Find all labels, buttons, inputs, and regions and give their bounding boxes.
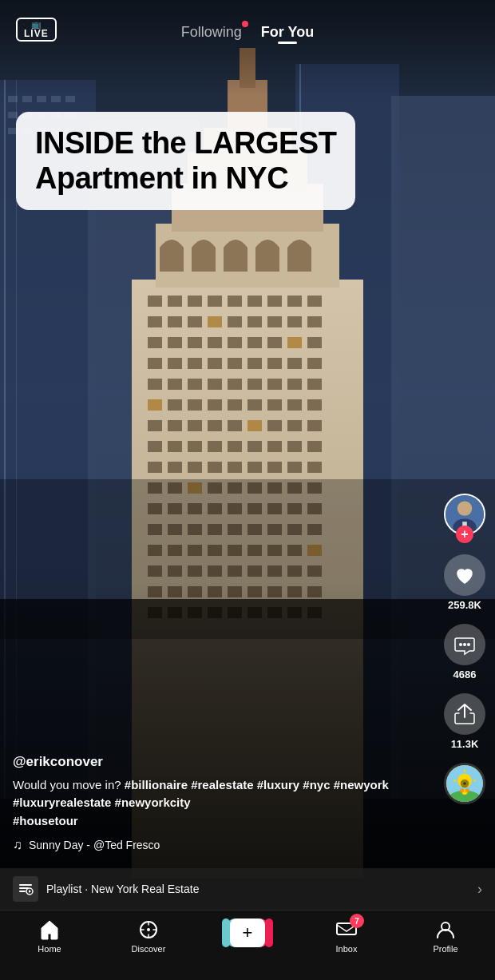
svg-rect-101 [307,441,322,452]
svg-point-208 [147,928,150,931]
svg-rect-99 [267,441,282,452]
comment-action[interactable]: 4686 [444,624,485,680]
nav-item-create[interactable]: + [198,919,297,947]
nav-item-home[interactable]: Home [0,919,99,954]
share-action[interactable]: 11.3K [444,693,485,750]
music-disc[interactable] [444,763,485,804]
svg-rect-105 [208,462,222,473]
svg-rect-67 [168,379,182,390]
svg-rect-52 [228,337,242,348]
nav-label-profile: Profile [433,944,457,954]
svg-rect-93 [148,441,162,452]
notification-dot [242,21,248,27]
live-badge[interactable]: 📺 LIVE [16,18,57,42]
svg-rect-44 [248,316,262,327]
svg-rect-59 [188,358,202,369]
creator-username[interactable]: @erikconover [13,754,431,770]
svg-rect-92 [307,420,322,431]
nav-label-inbox: Inbox [336,944,358,954]
svg-rect-30 [148,296,162,307]
svg-rect-64 [287,358,302,369]
svg-rect-204 [19,891,26,892]
svg-rect-35 [248,296,262,307]
svg-rect-95 [188,441,202,452]
svg-rect-62 [248,358,262,369]
svg-rect-36 [267,296,282,307]
svg-rect-39 [148,316,162,327]
svg-rect-13 [8,112,18,118]
svg-rect-79 [228,399,242,411]
svg-point-199 [465,788,469,792]
svg-rect-177 [248,420,262,431]
svg-rect-38 [307,296,322,307]
svg-rect-202 [19,884,32,886]
share-icon[interactable] [444,693,485,735]
svg-rect-108 [267,462,282,473]
svg-point-198 [460,788,464,792]
nav-item-discover[interactable]: Discover [99,919,198,954]
music-info[interactable]: ♫ Sunny Day - @Ted Fresco [13,838,431,852]
svg-rect-109 [287,462,302,473]
like-action[interactable]: 259.8K [444,554,485,611]
svg-rect-47 [307,316,322,327]
follow-button[interactable]: + [456,526,473,543]
svg-rect-49 [168,337,182,348]
header: 📺 LIVE Following For You [0,0,495,56]
right-actions: + 259.8K 4686 11.3K [444,494,485,804]
like-icon[interactable] [444,554,485,596]
svg-rect-104 [188,462,202,473]
nav-item-profile[interactable]: Profile [396,919,495,954]
svg-rect-70 [228,379,242,390]
svg-point-189 [467,643,470,646]
playlist-bar[interactable]: Playlist · New York Real Estate › [0,868,495,910]
svg-rect-97 [228,441,242,452]
svg-rect-80 [248,399,262,411]
svg-rect-69 [208,379,222,390]
tab-for-you[interactable]: For You [261,24,314,41]
svg-rect-90 [267,420,282,431]
tab-following[interactable]: Following [181,24,242,41]
svg-rect-86 [188,420,202,431]
discover-icon [137,919,160,941]
bottom-info: @erikconover Would you move in? #billion… [13,754,431,853]
svg-rect-56 [307,337,322,348]
svg-rect-73 [287,379,302,390]
svg-rect-82 [287,399,302,411]
svg-rect-107 [248,462,262,473]
svg-rect-43 [228,316,242,327]
svg-rect-48 [148,337,162,348]
svg-rect-103 [168,462,182,473]
svg-rect-41 [188,316,202,327]
playlist-icon [13,876,38,902]
svg-rect-34 [228,296,242,307]
plus-button-inner: + [230,919,265,947]
svg-rect-100 [287,441,302,452]
create-button[interactable]: + [227,919,268,947]
svg-rect-94 [168,441,182,452]
nav-item-inbox[interactable]: 7 Inbox [297,919,396,954]
svg-rect-106 [228,462,242,473]
svg-rect-87 [208,420,222,431]
bottom-nav: Home Discover + 7 Inbox [0,910,495,980]
comment-count: 4686 [453,669,477,680]
svg-rect-53 [248,337,262,348]
comment-icon[interactable] [444,624,485,665]
svg-rect-65 [307,358,322,369]
svg-rect-96 [208,441,222,452]
nav-tabs: Following For You [181,24,314,41]
svg-rect-54 [267,337,282,348]
video-description: Would you move in? #billionaire #realest… [13,776,431,831]
nav-label-home: Home [38,944,61,954]
svg-rect-68 [188,379,202,390]
svg-rect-76 [168,399,182,411]
svg-rect-12 [65,96,75,102]
inbox-icon: 7 [335,919,358,941]
creator-avatar-container[interactable]: + [444,494,485,535]
svg-point-201 [463,782,466,785]
home-icon [38,919,61,941]
svg-rect-91 [287,420,302,431]
svg-rect-83 [307,399,322,411]
svg-rect-32 [188,296,202,307]
profile-icon [434,919,457,941]
svg-rect-11 [51,96,61,102]
